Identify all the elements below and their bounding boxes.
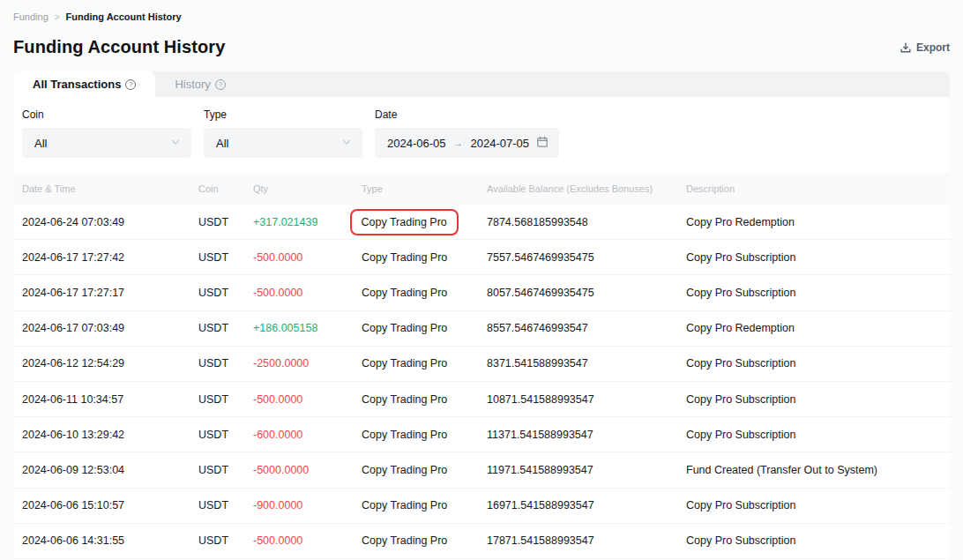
date-filter: Date 2024-06-05 → 2024-07-05 <box>375 108 559 158</box>
cell-type: Copy Trading Pro <box>362 216 487 228</box>
type-value: Copy Trading Pro <box>362 499 447 511</box>
breadcrumb-funding[interactable]: Funding <box>13 11 49 22</box>
date-range-arrow-icon: → <box>453 137 464 149</box>
table-row: 2024-06-17 17:27:17 USDT -500.0000 Copy … <box>13 275 950 310</box>
export-button[interactable]: Export <box>900 41 950 54</box>
header-type: Type <box>362 183 487 194</box>
cell-datetime: 2024-06-11 10:34:57 <box>22 393 198 406</box>
cell-description: Copy Pro Subscription <box>686 534 950 547</box>
cell-datetime: 2024-06-17 17:27:42 <box>22 251 198 264</box>
header-date-time: Date & Time <box>22 183 198 194</box>
chevron-down-icon <box>170 137 181 150</box>
title-row: Funding Account History Export <box>13 37 950 57</box>
cell-description: Fund Created (Transfer Out to System) <box>686 464 950 476</box>
cell-qty: -5000.0000 <box>253 464 362 476</box>
type-select[interactable]: All <box>204 128 362 158</box>
date-filter-label: Date <box>375 108 559 121</box>
cell-datetime: 2024-06-17 17:27:17 <box>22 287 198 299</box>
transactions-table: Date & Time Coin Qty Type Available Bala… <box>13 173 950 560</box>
cell-qty: -500.0000 <box>253 251 362 264</box>
cell-type: Copy Trading Pro <box>362 357 487 370</box>
type-value: Copy Trading Pro <box>350 209 459 235</box>
chevron-down-icon <box>341 137 352 150</box>
export-icon <box>900 41 912 54</box>
table-row: 2024-06-17 17:27:42 USDT -500.0000 Copy … <box>13 240 950 275</box>
tab-history[interactable]: History <box>155 71 244 97</box>
type-value: Copy Trading Pro <box>362 251 447 264</box>
cell-coin: USDT <box>198 357 253 370</box>
cell-coin: USDT <box>198 429 253 441</box>
type-value: Copy Trading Pro <box>362 393 447 406</box>
coin-select-value: All <box>34 137 47 150</box>
cell-qty: +186.005158 <box>253 322 362 334</box>
cell-type: Copy Trading Pro <box>362 534 487 547</box>
table-row: 2024-06-06 15:10:57 USDT -900.0000 Copy … <box>13 489 950 524</box>
cell-available-balance: 8371.541588993547 <box>487 357 686 370</box>
calendar-icon <box>536 136 549 151</box>
tab-history-label: History <box>175 78 210 91</box>
cell-description: Copy Pro Subscription <box>686 287 950 299</box>
cell-datetime: 2024-06-06 15:10:57 <box>22 499 198 511</box>
cell-available-balance: 8557.546746993547 <box>487 322 686 334</box>
help-icon[interactable] <box>125 79 136 90</box>
date-start-value: 2024-06-05 <box>387 137 446 150</box>
cell-qty: +317.021439 <box>253 216 362 228</box>
funding-account-history-page: Funding > Funding Account History Fundin… <box>0 0 963 560</box>
table-row: 2024-06-12 12:54:29 USDT -2500.0000 Copy… <box>13 347 950 382</box>
type-value: Copy Trading Pro <box>362 287 447 299</box>
tab-all-transactions[interactable]: All Transactions <box>13 71 155 97</box>
table-row: 2024-06-11 10:34:57 USDT -500.0000 Copy … <box>13 382 950 417</box>
breadcrumb-current: Funding Account History <box>66 11 182 22</box>
cell-description: Copy Pro Subscription <box>686 499 950 511</box>
header-coin: Coin <box>198 183 253 194</box>
cell-qty: -2500.0000 <box>253 357 362 370</box>
filters-row: Coin All Type All Date <box>13 97 950 173</box>
cell-coin: USDT <box>198 287 253 299</box>
cell-qty: -600.0000 <box>253 429 362 441</box>
type-value: Copy Trading Pro <box>362 429 447 441</box>
cell-type: Copy Trading Pro <box>362 322 487 334</box>
transactions-panel: Coin All Type All Date <box>13 97 950 560</box>
table-row: 2024-06-09 12:53:04 USDT -5000.0000 Copy… <box>13 452 950 488</box>
header-description: Description <box>686 183 950 194</box>
cell-available-balance: 11371.541588993547 <box>487 429 686 441</box>
cell-datetime: 2024-06-10 13:29:42 <box>22 429 198 441</box>
cell-coin: USDT <box>198 499 253 511</box>
cell-available-balance: 7557.5467469935475 <box>487 251 686 264</box>
date-range-input[interactable]: 2024-06-05 → 2024-07-05 <box>375 128 559 158</box>
cell-available-balance: 17871.541588993547 <box>487 534 686 547</box>
cell-available-balance: 7874.568185993548 <box>487 216 686 228</box>
cell-qty: -500.0000 <box>253 534 362 547</box>
cell-coin: USDT <box>198 393 253 406</box>
cell-qty: -900.0000 <box>253 499 362 511</box>
tab-all-transactions-label: All Transactions <box>33 78 121 91</box>
cell-datetime: 2024-06-06 14:31:55 <box>22 534 198 547</box>
cell-type: Copy Trading Pro <box>362 499 487 511</box>
cell-type: Copy Trading Pro <box>362 393 487 406</box>
cell-description: Copy Pro Subscription <box>686 393 950 406</box>
type-value: Copy Trading Pro <box>362 322 447 334</box>
header-qty: Qty <box>253 183 362 194</box>
breadcrumb-separator-icon: > <box>55 12 60 22</box>
cell-description: Copy Pro Subscription <box>686 357 950 370</box>
table-body: 2024-06-24 07:03:49 USDT +317.021439 Cop… <box>13 205 950 559</box>
help-icon[interactable] <box>215 79 226 90</box>
cell-description: Copy Pro Redemption <box>686 216 950 228</box>
coin-filter: Coin All <box>22 108 191 158</box>
cell-coin: USDT <box>198 464 253 476</box>
table-row: 2024-06-17 07:03:49 USDT +186.005158 Cop… <box>13 311 950 347</box>
cell-coin: USDT <box>198 322 253 334</box>
cell-available-balance: 11971.541588993547 <box>487 464 686 476</box>
type-select-value: All <box>216 137 228 150</box>
cell-available-balance: 10871.541588993547 <box>487 393 686 406</box>
cell-datetime: 2024-06-17 07:03:49 <box>22 322 198 334</box>
cell-datetime: 2024-06-12 12:54:29 <box>22 357 198 370</box>
cell-type: Copy Trading Pro <box>362 251 487 264</box>
table-row: 2024-06-10 13:29:42 USDT -600.0000 Copy … <box>13 417 950 452</box>
cell-coin: USDT <box>198 216 253 228</box>
cell-available-balance: 8057.5467469935475 <box>487 287 686 299</box>
coin-select[interactable]: All <box>22 128 191 158</box>
cell-available-balance: 16971.541588993547 <box>487 499 686 511</box>
cell-qty: -500.0000 <box>253 287 362 299</box>
table-header-row: Date & Time Coin Qty Type Available Bala… <box>13 173 950 205</box>
